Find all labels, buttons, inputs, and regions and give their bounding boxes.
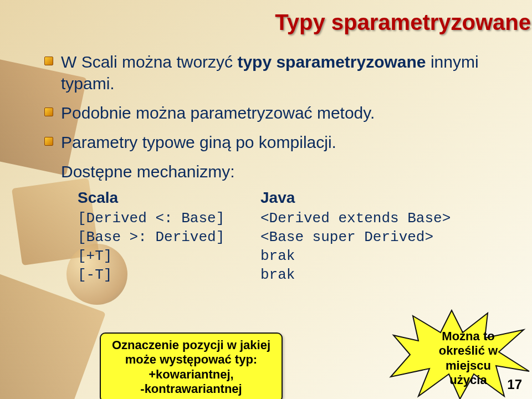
table-header-java: Java <box>260 189 504 207</box>
callout-line: Oznaczenie pozycji w jakiej <box>110 338 273 352</box>
table-header-scala: Scala <box>78 189 260 207</box>
bullet-item: W Scali można tworzyć typy sparametryzow… <box>44 51 510 94</box>
slide: Typy sparametryzowane W Scali można twor… <box>0 0 532 399</box>
table-cell: <Derived extends Base> <box>260 210 504 227</box>
bullet-icon <box>44 57 53 65</box>
table-cell: brak <box>260 248 504 264</box>
callout-line: Można to <box>430 329 507 344</box>
callout-line: określić w <box>430 344 507 358</box>
callout-line: miejscu użycia <box>430 359 507 388</box>
bullet-icon <box>44 137 53 146</box>
table-header: Scala Java <box>78 189 510 207</box>
callout-use-site: Można to określić w miejscu użycia <box>421 325 515 392</box>
table-row: [-T] brak <box>78 267 510 283</box>
callout-line: +kowariantnej, <box>110 367 273 382</box>
table-cell: <Base super Derived> <box>260 229 504 245</box>
table-cell: [Base >: Derived] <box>78 229 260 245</box>
callout-line: -kontrawariantnej <box>110 382 273 396</box>
comparison-table: Scala Java [Derived <: Base] <Derived ex… <box>78 189 510 283</box>
bullet-text: Parametry typowe giną po kompilacji. <box>61 131 336 153</box>
table-row: [Derived <: Base] <Derived extends Base> <box>78 210 510 227</box>
callout-variance: Oznaczenie pozycji w jakiej może występo… <box>100 332 283 399</box>
table-row: [Base >: Derived] <Base super Derived> <box>78 229 510 245</box>
bullet-icon <box>44 108 53 116</box>
page-number: 17 <box>507 377 522 392</box>
text-bold-fragment: typy sparametryzowane <box>237 53 426 71</box>
callout-line: może występować typ: <box>110 352 273 367</box>
table-cell: [-T] <box>78 267 260 283</box>
table-cell: [+T] <box>78 248 260 264</box>
table-cell: brak <box>260 267 504 283</box>
slide-content: W Scali można tworzyć typy sparametryzow… <box>44 51 510 285</box>
mechanisms-label: Dostępne mechanizmy: <box>61 161 510 183</box>
text-fragment: W Scali można tworzyć <box>61 53 237 71</box>
bullet-item: Podobnie można parametryzować metody. <box>44 102 510 124</box>
slide-title: Typy sparametryzowane <box>144 10 532 35</box>
bullet-text: Podobnie można parametryzować metody. <box>61 102 375 124</box>
bullet-item: Parametry typowe giną po kompilacji. <box>44 131 510 153</box>
table-cell: [Derived <: Base] <box>78 210 260 227</box>
bullet-text: W Scali można tworzyć typy sparametryzow… <box>61 51 510 94</box>
table-row: [+T] brak <box>78 248 510 264</box>
